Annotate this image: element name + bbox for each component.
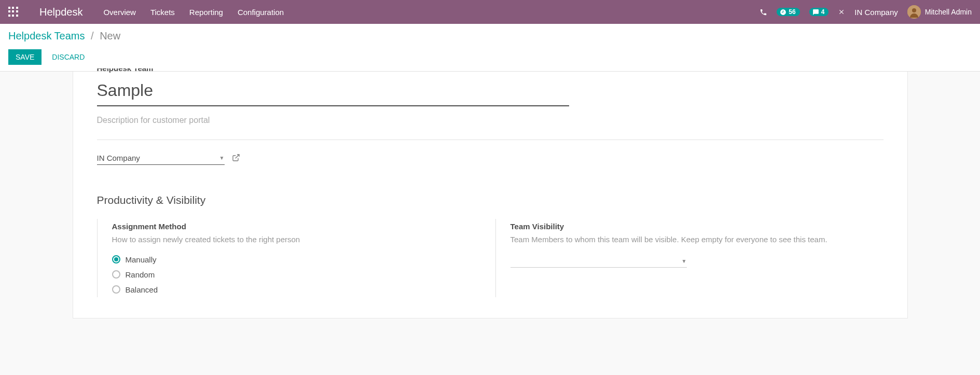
chat-count: 4 bbox=[821, 8, 825, 16]
external-link-icon[interactable] bbox=[232, 154, 240, 163]
radio-random[interactable]: Random bbox=[112, 270, 485, 279]
nav-reporting[interactable]: Reporting bbox=[189, 8, 223, 17]
assignment-desc: How to assign newly created tickets to t… bbox=[112, 234, 485, 246]
chevron-down-icon: ▼ bbox=[219, 155, 225, 161]
chat-badge[interactable]: 4 bbox=[809, 8, 829, 16]
nav-configuration[interactable]: Configuration bbox=[238, 8, 284, 17]
nav-menu: Overview Tickets Reporting Configuration bbox=[103, 8, 284, 17]
section-productivity-title: Productivity & Visibility bbox=[97, 194, 884, 206]
description-input[interactable] bbox=[97, 106, 884, 140]
breadcrumb: Helpdesk Teams / New bbox=[8, 30, 972, 42]
timer-badge[interactable]: 56 bbox=[777, 8, 799, 16]
svg-point-1 bbox=[912, 8, 916, 12]
visibility-label: Team Visibility bbox=[510, 222, 884, 231]
control-panel: Helpdesk Teams / New Save Discard bbox=[0, 24, 980, 72]
nav-overview[interactable]: Overview bbox=[103, 8, 136, 17]
phone-icon[interactable] bbox=[760, 8, 767, 16]
nav-tickets[interactable]: Tickets bbox=[150, 8, 175, 17]
company-select[interactable]: IN Company ▼ bbox=[97, 151, 225, 165]
top-navbar: Helpdesk Overview Tickets Reporting Conf… bbox=[0, 0, 980, 24]
visibility-desc: Team Members to whom this team will be v… bbox=[510, 234, 884, 246]
discard-button[interactable]: Discard bbox=[48, 49, 89, 65]
radio-balanced[interactable]: Balanced bbox=[112, 285, 485, 294]
apps-menu-icon[interactable] bbox=[8, 7, 19, 17]
company-selector[interactable]: IN Company bbox=[854, 8, 898, 17]
user-menu[interactable]: Mitchell Admin bbox=[907, 5, 972, 19]
close-action-icon[interactable] bbox=[838, 8, 845, 16]
user-name: Mitchell Admin bbox=[925, 8, 972, 16]
save-button[interactable]: Save bbox=[8, 49, 42, 65]
form-sheet: Helpdesk Team IN Company ▼ Productivity … bbox=[73, 72, 908, 318]
breadcrumb-current: New bbox=[100, 30, 120, 41]
breadcrumb-separator: / bbox=[91, 30, 94, 41]
user-avatar bbox=[907, 5, 921, 19]
team-visibility-block: Team Visibility Team Members to whom thi… bbox=[495, 219, 884, 297]
assignment-label: Assignment Method bbox=[112, 222, 485, 231]
team-name-input[interactable] bbox=[97, 79, 569, 106]
visibility-select[interactable]: ▼ bbox=[510, 255, 687, 268]
timer-count: 56 bbox=[789, 8, 795, 16]
company-select-value: IN Company bbox=[97, 154, 140, 162]
app-title: Helpdesk bbox=[39, 6, 82, 18]
assignment-method-block: Assignment Method How to assign newly cr… bbox=[97, 219, 485, 297]
form-area: Helpdesk Team IN Company ▼ Productivity … bbox=[0, 72, 980, 318]
breadcrumb-parent[interactable]: Helpdesk Teams bbox=[8, 30, 85, 41]
radio-manually[interactable]: Manually bbox=[112, 255, 485, 264]
team-field-label: Helpdesk Team bbox=[97, 68, 884, 74]
chevron-down-icon: ▼ bbox=[682, 258, 687, 264]
